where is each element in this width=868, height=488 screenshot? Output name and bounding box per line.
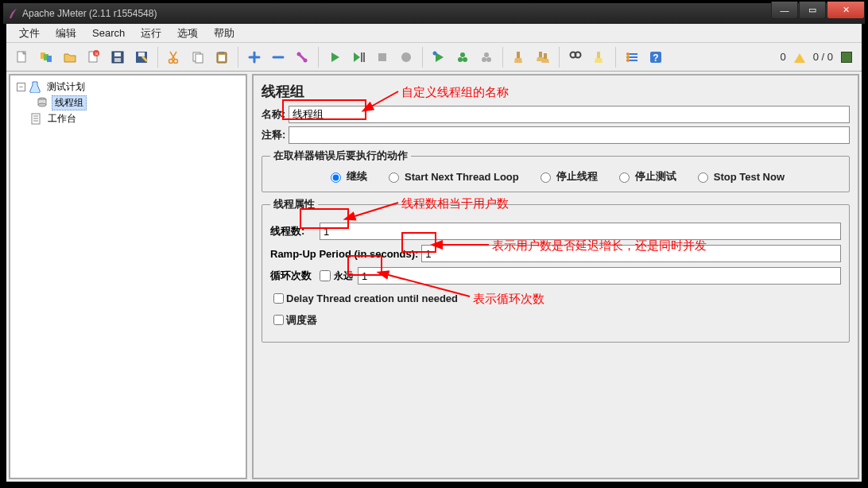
name-label: 名称: [262,107,285,122]
run-indicator-icon [841,52,852,63]
svg-point-26 [460,52,465,57]
svg-rect-22 [363,52,365,62]
clipboard-icon [29,112,42,125]
save-as-button[interactable] [130,46,153,68]
menu-run[interactable]: 运行 [133,24,169,43]
svg-point-30 [482,57,486,62]
loop-label: 循环次数 [270,269,316,283]
svg-point-27 [458,57,463,62]
close-button[interactable]: ✕ [827,2,865,19]
thread-group-panel: 线程组 名称: 注释: 在取样器错误后要执行的动作 继续 Start Next … [252,74,859,479]
radio-continue[interactable]: 继续 [327,169,367,184]
svg-point-20 [304,58,308,62]
toolbar-status: 0 0 / 0 [780,51,857,63]
collapse-button[interactable] [267,46,289,68]
loop-forever-checkbox[interactable] [320,270,331,281]
cut-button[interactable] [163,46,185,68]
scheduler-label: 调度器 [286,313,317,327]
titlebar: Apache JMeter (2.11 r1554548) — ▭ ✕ [3,3,865,24]
svg-rect-33 [539,52,542,57]
help-button[interactable]: ? [645,46,667,68]
warning-icon [794,53,805,63]
thread-props-legend: 线程属性 [270,197,318,211]
app-client-area: 文件 编辑 Search 运行 选项 帮助 ✕ [6,24,862,482]
remote-shutdown-button[interactable] [475,46,498,68]
svg-rect-17 [219,52,224,54]
radio-start-next-loop[interactable]: Start Next Thread Loop [385,169,519,184]
on-error-fieldset: 在取样器错误后要执行的动作 继续 Start Next Thread Loop … [262,149,850,192]
threads-input[interactable] [320,223,841,240]
remote-start-button[interactable] [428,46,450,68]
name-input[interactable] [289,106,850,123]
thread-props-fieldset: 线程属性 线程数: Ramp-Up Period (in seconds): 循… [262,197,850,343]
function-helper-button[interactable] [621,46,643,68]
open-button[interactable] [59,46,81,68]
clear-all-button[interactable] [532,46,554,68]
test-plan-tree[interactable]: − 测试计划 线程组 工作台 [9,74,247,479]
close-file-button[interactable]: ✕ [83,46,105,68]
radio-stop-thread[interactable]: 停止线程 [537,169,598,184]
menu-options[interactable]: 选项 [169,24,206,43]
menu-search[interactable]: Search [84,25,133,41]
window-controls: — ▭ ✕ [770,2,865,19]
toolbar: ✕ ? [6,43,862,72]
menu-file[interactable]: 文件 [11,24,48,43]
scheduler-checkbox[interactable] [273,315,284,325]
save-button[interactable] [107,46,129,68]
tree-toggle-icon[interactable]: − [17,83,25,91]
loop-count-input[interactable] [358,267,841,285]
maximize-button[interactable]: ▭ [799,2,826,19]
tree-workbench[interactable]: 工作台 [14,110,242,126]
tree-root-testplan[interactable]: − 测试计划 [14,79,242,95]
svg-point-29 [484,52,489,57]
tree-root-label: 测试计划 [45,80,87,94]
minimize-button[interactable]: — [771,2,798,19]
svg-point-24 [401,52,411,62]
svg-point-19 [297,52,301,56]
shutdown-button[interactable] [395,46,417,68]
radio-stop-test[interactable]: 停止测试 [615,169,676,184]
start-button[interactable] [324,46,346,68]
loop-forever-label: 永远 [334,269,353,283]
svg-point-12 [169,59,173,63]
copy-button[interactable] [187,46,209,68]
svg-rect-37 [597,52,600,58]
svg-rect-15 [196,54,203,63]
toggle-button[interactable] [291,46,313,68]
delay-creation-checkbox[interactable] [273,293,284,304]
jmeter-feather-icon [8,8,17,19]
search-tree-button[interactable] [564,46,587,68]
svg-point-31 [486,57,491,62]
templates-button[interactable] [35,46,57,68]
svg-point-48 [38,103,46,107]
menu-edit[interactable]: 编辑 [48,24,84,43]
comment-input[interactable] [289,126,850,144]
svg-point-13 [174,59,178,63]
reset-search-button[interactable] [588,46,610,68]
svg-rect-11 [138,52,145,56]
tree-thread-group[interactable]: 线程组 [14,95,242,110]
radio-stop-test-now[interactable]: Stop Test Now [694,169,785,184]
window-title: Apache JMeter (2.11 r1554548) [22,8,157,19]
svg-point-28 [463,57,467,62]
split-pane: − 测试计划 线程组 工作台 线程组 名称: [6,72,862,482]
remote-stop-button[interactable] [451,46,474,68]
svg-rect-18 [219,55,225,61]
expand-button[interactable] [243,46,265,68]
error-count: 0 [780,51,785,63]
paste-button[interactable] [211,46,233,68]
svg-rect-34 [544,53,547,59]
comment-label: 注释: [262,128,285,142]
tree-workbench-label: 工作台 [45,112,79,126]
svg-point-41 [626,52,630,56]
stop-button[interactable] [371,46,393,68]
clear-button[interactable] [508,46,530,68]
window-frame: Apache JMeter (2.11 r1554548) — ▭ ✕ 文件 编… [0,0,868,488]
menu-help[interactable]: 帮助 [206,24,242,43]
new-button[interactable] [11,46,33,68]
start-no-pause-button[interactable] [347,46,370,68]
svg-rect-9 [114,58,121,62]
panel-heading: 线程组 [262,82,850,101]
svg-point-25 [433,51,437,55]
ramp-up-input[interactable] [421,245,841,262]
